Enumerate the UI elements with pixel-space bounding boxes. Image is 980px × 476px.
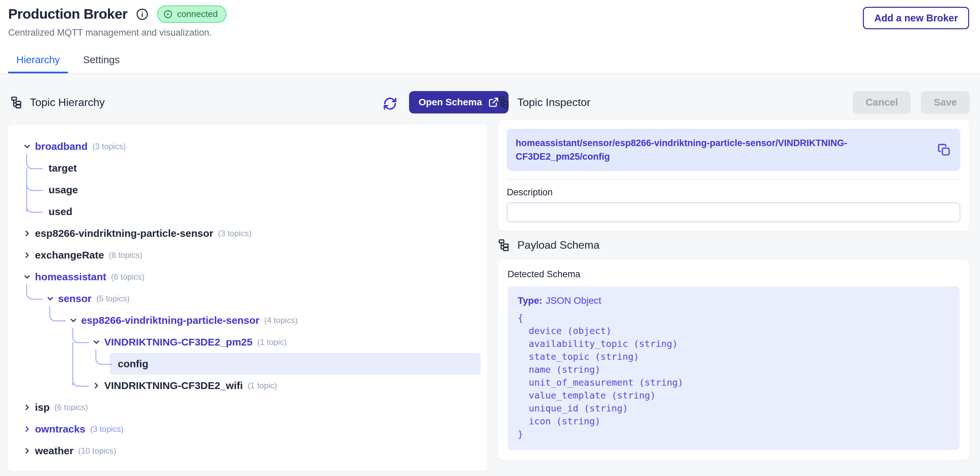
tree-node-label: VINDRIKTNING-CF3DE2_wifi: [104, 380, 243, 391]
inspector-actions: Cancel Save: [853, 91, 970, 114]
status-badge: connected: [157, 5, 226, 23]
topic-hierarchy-panel: broadband(3 topics)targetusageusedesp826…: [8, 124, 488, 471]
schema-type-line: Type:JSON Object: [518, 295, 950, 306]
hierarchy-tree-icon: [10, 96, 23, 109]
tree-node-isp[interactable]: isp(6 topics): [23, 396, 487, 418]
tree-node-count: (4 topics): [264, 316, 298, 325]
chevron-down-icon[interactable]: [23, 142, 32, 151]
page-title: Production Broker: [8, 6, 127, 22]
tree-node-VINDRIKTNING-CF3DE2_wifi[interactable]: VINDRIKTNING-CF3DE2_wifi(1 topic): [92, 375, 487, 396]
topic-inspector-title: Topic Inspector: [517, 96, 590, 109]
chevron-right-icon[interactable]: [23, 425, 32, 433]
tree-node-count: (5 topics): [96, 294, 130, 303]
tree-node-count: (3 topics): [90, 424, 124, 434]
topic-tree: broadband(3 topics)targetusageusedesp826…: [8, 125, 487, 462]
chevron-down-icon[interactable]: [23, 273, 32, 281]
detected-schema-block: Type:JSON Object { device (object) avail…: [508, 286, 959, 450]
tree-node-label: homeassistant: [35, 271, 106, 283]
schema-type-value: JSON Object: [546, 295, 601, 306]
tree-node-esp8266-vindriktning-particle-sensor[interactable]: esp8266-vindriktning-particle-sensor(3 t…: [23, 222, 487, 244]
info-icon[interactable]: [136, 8, 148, 21]
page: Production Broker connected Centralized …: [0, 0, 980, 476]
schema-line: availability_topic (string): [518, 337, 950, 350]
tree-node-esp8266-vindriktning-particle-sensor[interactable]: esp8266-vindriktning-particle-sensor(4 t…: [69, 310, 487, 331]
tree-node-count: (3 topics): [218, 228, 251, 238]
tree-node-count: (8 topics): [109, 251, 142, 260]
tree-node-usage[interactable]: usage: [49, 179, 487, 201]
tree-node-count: (1 topic): [257, 337, 287, 347]
chevron-right-icon[interactable]: [23, 446, 32, 455]
payload-schema-tree-icon: [498, 238, 511, 251]
payload-schema-title: Payload Schema: [517, 239, 600, 251]
copy-button[interactable]: [937, 142, 951, 157]
tree-node-sensor[interactable]: sensor(5 topics): [46, 288, 487, 310]
tree-node-label: owntracks: [35, 423, 85, 435]
tree-node-label: target: [49, 162, 77, 174]
tree-node-label: esp8266-vindriktning-particle-sensor: [81, 315, 259, 326]
tree-node-label: config: [118, 358, 148, 370]
schema-lines: { device (object) availability_topic (st…: [518, 311, 950, 441]
status-badge-label: connected: [177, 9, 218, 19]
tree-node-broadband[interactable]: broadband(3 topics): [23, 136, 487, 157]
tree-node-config[interactable]: config: [110, 353, 480, 375]
schema-line: unit_of_measurement (string): [518, 376, 950, 389]
chevron-right-icon[interactable]: [23, 229, 32, 238]
open-schema-button[interactable]: Open Schema: [409, 91, 509, 113]
divider: [507, 179, 960, 180]
save-button[interactable]: Save: [921, 91, 970, 114]
chevron-down-icon[interactable]: [46, 294, 55, 303]
schema-line: value_template (string): [518, 389, 950, 402]
chevron-right-icon[interactable]: [23, 403, 32, 412]
cancel-button[interactable]: Cancel: [853, 91, 911, 114]
tree-node-count: (10 topics): [78, 446, 116, 455]
tree-node-weather[interactable]: weather(10 topics): [23, 440, 487, 462]
schema-line: icon (string): [518, 415, 950, 428]
top-header: Production Broker connected Centralized …: [0, 0, 980, 73]
tree-node-count: (6 topics): [54, 403, 88, 412]
add-broker-button[interactable]: Add a new Broker: [863, 7, 969, 29]
refresh-icon: [383, 96, 398, 111]
description-label: Description: [507, 187, 960, 198]
chevron-right-icon[interactable]: [92, 381, 101, 390]
topic-inspector-panel: homeassistant/sensor/esp8266-vindriktnin…: [498, 120, 969, 232]
schema-line: }: [518, 428, 950, 441]
tree-node-target[interactable]: target: [49, 157, 487, 179]
payload-schema-panel: Detected Schema Type:JSON Object { devic…: [498, 259, 969, 461]
schema-line: {: [518, 311, 950, 324]
chevron-down-icon[interactable]: [92, 338, 101, 347]
topic-inspector-header: Topic Inspector: [498, 96, 590, 109]
tab-hierarchy[interactable]: Hierarchy: [8, 54, 68, 73]
title-row: Production Broker connected: [0, 0, 980, 23]
open-schema-label: Open Schema: [418, 97, 482, 108]
topic-path: homeassistant/sensor/esp8266-vindriktnin…: [515, 136, 930, 163]
page-subtitle: Centralized MQTT management and visualiz…: [8, 27, 980, 38]
tree-node-label: usage: [49, 184, 78, 196]
chevron-down-icon[interactable]: [69, 316, 78, 325]
payload-schema-header: Payload Schema: [498, 238, 600, 251]
detected-schema-label: Detected Schema: [508, 269, 959, 280]
topic-hierarchy-title: Topic Hierarchy: [30, 96, 105, 109]
copy-icon: [937, 143, 951, 157]
refresh-button[interactable]: [382, 96, 398, 112]
tree-node-VINDRIKTNING-CF3DE2_pm25[interactable]: VINDRIKTNING-CF3DE2_pm25(1 topic): [92, 331, 487, 353]
tab-bar: Hierarchy Settings: [8, 54, 128, 73]
tree-node-homeassistant[interactable]: homeassistant(6 topics): [23, 266, 487, 288]
tree-node-owntracks[interactable]: owntracks(3 topics): [23, 418, 487, 440]
tree-node-count: (6 topics): [111, 272, 145, 282]
tab-settings[interactable]: Settings: [75, 54, 127, 73]
tree-node-used[interactable]: used: [49, 201, 487, 222]
play-circle-icon: [163, 10, 173, 19]
schema-line: unique_id (string): [518, 402, 950, 415]
topic-hierarchy-header: Topic Hierarchy: [10, 96, 105, 109]
schema-line: name (string): [518, 363, 950, 376]
description-input[interactable]: [507, 203, 960, 222]
tree-node-exchangeRate[interactable]: exchangeRate(8 topics): [23, 244, 487, 266]
schema-line: state_topic (string): [518, 350, 950, 363]
tree-node-label: VINDRIKTNING-CF3DE2_pm25: [104, 336, 253, 348]
tree-node-count: (1 topic): [247, 381, 277, 390]
tree-node-label: weather: [35, 445, 73, 457]
tree-node-label: isp: [35, 402, 49, 413]
chevron-right-icon[interactable]: [23, 251, 32, 260]
tree-node-label: sensor: [58, 293, 91, 304]
schema-line: device (object): [518, 324, 950, 337]
